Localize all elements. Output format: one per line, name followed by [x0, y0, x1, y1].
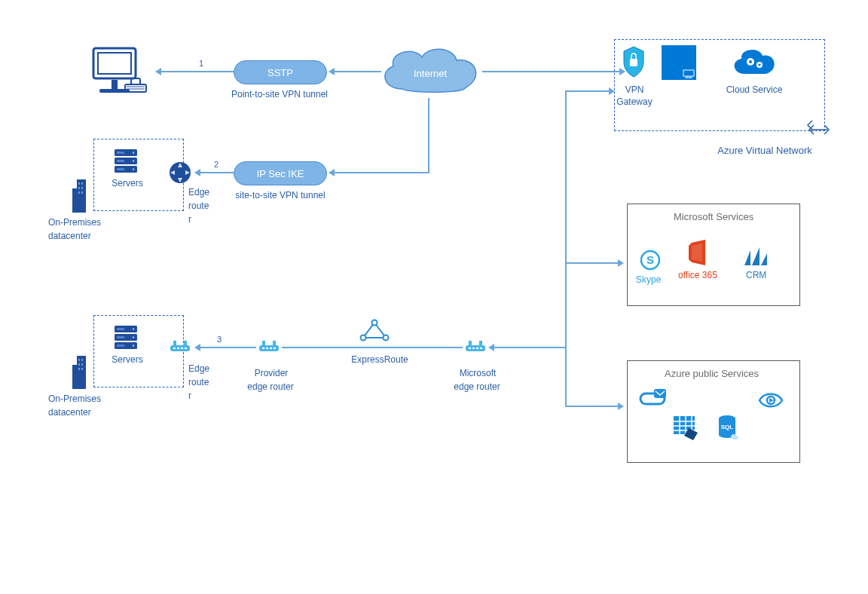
svg-rect-51	[72, 365, 78, 389]
expressroute-icon	[360, 320, 389, 342]
svg-marker-88	[752, 247, 760, 265]
table-storage-icon	[672, 415, 699, 440]
sstp-label: SSTP	[267, 67, 293, 78]
num-2: 2	[214, 160, 219, 169]
ipsec-label: IP Sec IKE	[257, 168, 304, 179]
msrouter-l2: edge router	[449, 381, 505, 392]
svg-rect-34	[78, 191, 80, 194]
svg-point-44	[133, 328, 134, 329]
svg-rect-9	[630, 59, 637, 66]
azure-public-title: Azure public Services	[665, 368, 759, 379]
svg-text:S: S	[646, 253, 654, 266]
provider-l1: Provider	[250, 368, 292, 378]
svg-rect-67	[273, 341, 276, 345]
provider-l2: edge router	[244, 381, 297, 392]
svg-rect-60	[184, 341, 187, 345]
sstp-sublabel: Point-to-site VPN tunnel	[226, 89, 333, 100]
internet-cloud: Internet	[375, 44, 485, 106]
building-icon-1	[71, 175, 87, 214]
svg-rect-53	[81, 359, 83, 361]
svg-point-17	[758, 63, 760, 66]
servers-icon-1	[113, 148, 139, 173]
onprem1-label-2: datacenter	[48, 231, 91, 241]
diagram-canvas: 1 SSTP Point-to-site VPN tunnel Internet…	[0, 0, 868, 594]
svg-rect-31	[81, 182, 83, 185]
svg-rect-48	[117, 336, 124, 338]
svg-rect-80	[472, 348, 475, 349]
svg-point-23	[133, 160, 134, 161]
svg-point-15	[749, 60, 752, 63]
svg-rect-29	[72, 188, 78, 213]
svg-rect-55	[81, 363, 83, 366]
edge2-l1: Edge	[188, 363, 209, 374]
skype-icon: S	[639, 249, 662, 271]
onprem2-label-1: On-Premises	[48, 393, 101, 404]
svg-point-75	[361, 335, 366, 341]
num-1: 1	[199, 59, 203, 68]
onprem1-label-1: On-Premises	[48, 217, 101, 228]
svg-rect-65	[259, 345, 279, 351]
svg-point-73	[372, 320, 377, 326]
cloud-service-icon	[729, 45, 778, 80]
edge-router-icon-1	[169, 161, 191, 184]
svg-rect-77	[469, 341, 472, 345]
svg-rect-66	[262, 341, 265, 345]
servicebus-icon	[639, 389, 666, 410]
svg-rect-33	[81, 187, 83, 189]
computer-icon	[89, 44, 149, 104]
msrouter-l1: Microsoft	[455, 368, 500, 378]
svg-rect-2	[112, 80, 118, 89]
vnet-arrows-icon	[808, 121, 830, 139]
servers-label-2: Servers	[112, 354, 143, 365]
svg-marker-105	[769, 398, 774, 403]
sql-db-icon: SQL	[717, 415, 740, 442]
servers-icon-2	[113, 324, 139, 350]
svg-rect-27	[117, 168, 124, 170]
monitoring-icon	[758, 392, 784, 409]
svg-rect-57	[81, 368, 83, 370]
onprem2-label-2: datacenter	[48, 407, 91, 418]
svg-marker-89	[761, 253, 767, 265]
edge1-l3: r	[188, 214, 191, 225]
svg-rect-10	[683, 70, 694, 76]
svg-rect-59	[173, 341, 176, 345]
svg-rect-1	[98, 53, 131, 74]
vnet-label: Azure Virtual Network	[701, 145, 829, 156]
svg-rect-82	[480, 348, 482, 349]
num-3: 3	[217, 335, 222, 344]
svg-rect-78	[479, 341, 482, 345]
svg-rect-54	[78, 363, 80, 366]
vpn-gateway-label-1: VPN	[622, 84, 646, 95]
svg-rect-61	[173, 348, 176, 349]
office365-icon	[687, 240, 710, 267]
svg-rect-76	[466, 345, 485, 351]
cloud-service-label: Cloud Service	[722, 84, 787, 95]
svg-rect-70	[270, 348, 272, 349]
edge-router-icon-2	[169, 341, 191, 354]
provider-router-icon	[258, 341, 280, 354]
crm-label: CRM	[746, 270, 766, 280]
svg-rect-91	[654, 389, 666, 398]
svg-rect-69	[266, 348, 268, 349]
svg-point-24	[133, 168, 134, 170]
svg-rect-58	[170, 345, 190, 351]
ipsec-sublabel: site-to-site VPN tunnel	[231, 190, 330, 201]
svg-rect-68	[262, 348, 264, 349]
svg-rect-64	[185, 348, 187, 349]
ipsec-node: IP Sec IKE	[234, 161, 327, 185]
servers-label-1: Servers	[112, 178, 143, 188]
svg-rect-71	[274, 348, 276, 349]
svg-point-74	[384, 335, 389, 341]
svg-rect-30	[78, 182, 80, 185]
svg-rect-79	[469, 348, 471, 349]
vpn-gateway-label-2: Gateway	[612, 96, 657, 107]
office-label: office 365	[678, 270, 717, 280]
svg-marker-87	[744, 250, 750, 265]
svg-rect-63	[181, 348, 183, 349]
svg-rect-81	[476, 348, 478, 349]
svg-rect-25	[117, 152, 124, 154]
svg-text:Internet: Internet	[414, 68, 447, 79]
svg-rect-49	[117, 344, 124, 347]
svg-text:SQL: SQL	[721, 424, 734, 430]
svg-rect-47	[117, 328, 124, 330]
